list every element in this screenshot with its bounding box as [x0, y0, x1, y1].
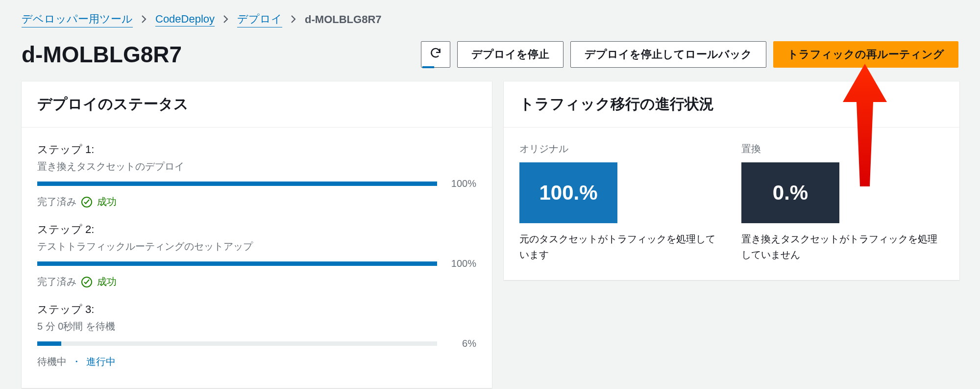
- success-label: 成功: [97, 195, 117, 208]
- breadcrumb: デベロッパー用ツール CodeDeploy デプロイ d-MOLBLG8R7: [0, 0, 980, 31]
- traffic-replacement-desc: 置き換えタスクセットがトラフィックを処理していません: [741, 231, 944, 262]
- check-circle-icon: [81, 197, 92, 207]
- progress-bar: [37, 341, 437, 346]
- stop-rollback-button[interactable]: デプロイを停止してロールバック: [570, 41, 766, 68]
- bullet-separator: ・: [72, 355, 81, 368]
- check-circle-icon: [81, 277, 92, 287]
- progress-percent: 100%: [447, 178, 476, 189]
- breadcrumb-link-devtools[interactable]: デベロッパー用ツール: [22, 12, 133, 27]
- chevron-right-icon: [222, 14, 229, 26]
- page-header: d-MOLBLG8R7 デプロイを停止 デプロイを停止してロールバック トラフィ…: [0, 31, 980, 81]
- action-buttons: デプロイを停止 デプロイを停止してロールバック トラフィックの再ルーティング: [421, 41, 958, 68]
- progress-bar: [37, 261, 437, 266]
- completed-label: 完了済み: [37, 275, 76, 288]
- stop-deploy-button[interactable]: デプロイを停止: [457, 41, 564, 68]
- progress-percent: 100%: [447, 258, 476, 269]
- reroute-traffic-button[interactable]: トラフィックの再ルーティング: [773, 41, 958, 68]
- deploy-step-3: ステップ 3: 5 分 0秒間 を待機 6% 待機中 ・ 進行中: [37, 302, 476, 368]
- refresh-button[interactable]: [421, 41, 450, 68]
- traffic-progress-card: トラフィック移行の進行状況 オリジナル 100.% 元のタスクセットがトラフィッ…: [504, 81, 959, 280]
- step-desc: テストトラフィックルーティングのセットアップ: [37, 240, 476, 253]
- breadcrumb-link-deploy[interactable]: デプロイ: [237, 12, 282, 27]
- step-title: ステップ 2:: [37, 222, 476, 237]
- step-desc: 5 分 0秒間 を待機: [37, 320, 476, 333]
- in-progress-label: 進行中: [86, 355, 116, 368]
- deploy-step-1: ステップ 1: 置き換えタスクセットのデプロイ 100% 完了済み 成功: [37, 142, 476, 208]
- step-desc: 置き換えタスクセットのデプロイ: [37, 160, 476, 173]
- progress-percent: 6%: [447, 338, 476, 349]
- progress-fill: [37, 182, 437, 186]
- waiting-label: 待機中: [37, 355, 67, 368]
- progress-bar: [37, 182, 437, 186]
- completed-label: 完了済み: [37, 195, 76, 208]
- step-title: ステップ 3:: [37, 302, 476, 317]
- progress-fill: [37, 261, 437, 266]
- breadcrumb-current: d-MOLBLG8R7: [305, 13, 381, 26]
- traffic-replacement-value: 0.%: [741, 162, 839, 223]
- chevron-right-icon: [141, 14, 147, 26]
- deploy-status-title: デプロイのステータス: [22, 81, 492, 128]
- traffic-original-desc: 元のタスクセットがトラフィックを処理しています: [519, 231, 722, 262]
- step-title: ステップ 1:: [37, 142, 476, 157]
- traffic-original-value: 100.%: [519, 162, 617, 223]
- refresh-icon: [429, 47, 442, 62]
- deploy-status-card: デプロイのステータス ステップ 1: 置き換えタスクセットのデプロイ 100% …: [22, 81, 492, 388]
- traffic-original-label: オリジナル: [519, 142, 722, 156]
- success-label: 成功: [97, 275, 117, 288]
- chevron-right-icon: [290, 14, 297, 26]
- progress-fill: [37, 341, 61, 346]
- page-title: d-MOLBLG8R7: [22, 41, 182, 68]
- traffic-replacement-col: 置換 0.% 置き換えタスクセットがトラフィックを処理していません: [741, 142, 944, 262]
- deploy-step-2: ステップ 2: テストトラフィックルーティングのセットアップ 100% 完了済み…: [37, 222, 476, 288]
- traffic-progress-title: トラフィック移行の進行状況: [504, 81, 959, 128]
- traffic-replacement-label: 置換: [741, 142, 944, 156]
- traffic-original-col: オリジナル 100.% 元のタスクセットがトラフィックを処理しています: [519, 142, 722, 262]
- breadcrumb-link-codedeploy[interactable]: CodeDeploy: [155, 13, 215, 26]
